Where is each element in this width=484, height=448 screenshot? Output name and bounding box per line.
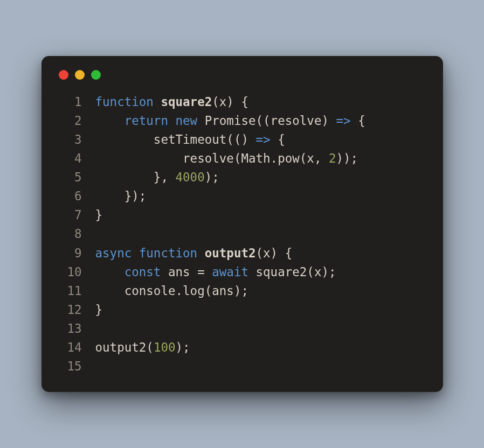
line-number: 9 bbox=[58, 244, 84, 263]
code-line: 9async function output2(x) { bbox=[58, 244, 427, 263]
line-number: 14 bbox=[58, 338, 84, 357]
code-line: 12} bbox=[58, 300, 427, 319]
code-block: 1function square2(x) {2 return new Promi… bbox=[58, 93, 427, 376]
code-token bbox=[95, 114, 125, 128]
line-number: 3 bbox=[58, 130, 84, 149]
code-token: setTimeout(() bbox=[95, 132, 256, 146]
code-content: function square2(x) { bbox=[95, 93, 427, 111]
line-number: 5 bbox=[58, 168, 84, 187]
code-token: 4000 bbox=[176, 170, 205, 184]
code-content: setTimeout(() => { bbox=[95, 130, 427, 149]
code-line: 3 setTimeout(() => { bbox=[58, 130, 427, 149]
code-token: function bbox=[139, 246, 205, 260]
code-content: const ans = await square2(x); bbox=[95, 263, 427, 282]
code-line: 6 }); bbox=[58, 187, 427, 206]
code-token: }, bbox=[95, 170, 176, 184]
code-token: resolve(Math.pow(x, bbox=[95, 151, 329, 165]
code-content: console.log(ans); bbox=[95, 282, 427, 300]
code-token: const bbox=[125, 265, 168, 279]
code-token: ans = bbox=[168, 265, 212, 279]
code-token: function bbox=[95, 95, 161, 109]
code-token: new bbox=[176, 114, 205, 128]
code-token: { bbox=[351, 114, 365, 128]
line-number: 4 bbox=[58, 149, 84, 168]
code-token: } bbox=[95, 208, 103, 222]
code-token: => bbox=[336, 114, 351, 128]
code-content: return new Promise((resolve) => { bbox=[95, 111, 427, 130]
code-content: } bbox=[95, 206, 427, 225]
code-token: Promise((resolve) bbox=[205, 114, 336, 128]
code-content: }, 4000); bbox=[95, 168, 427, 187]
line-number: 1 bbox=[58, 93, 84, 111]
code-window: 1function square2(x) {2 return new Promi… bbox=[42, 56, 443, 392]
code-content bbox=[95, 319, 427, 338]
code-line: 13 bbox=[58, 319, 427, 338]
code-content: resolve(Math.pow(x, 2)); bbox=[95, 149, 427, 168]
zoom-icon[interactable] bbox=[91, 70, 101, 80]
code-token: 2 bbox=[329, 151, 336, 165]
code-line: 8 bbox=[58, 225, 427, 243]
code-token: } bbox=[95, 303, 103, 317]
code-token: square2(x); bbox=[256, 265, 336, 279]
code-token: console.log(ans); bbox=[95, 284, 248, 298]
code-token: 100 bbox=[154, 340, 176, 354]
code-token: return bbox=[125, 114, 176, 128]
code-line: 5 }, 4000); bbox=[58, 168, 427, 187]
code-line: 11 console.log(ans); bbox=[58, 282, 427, 300]
code-token: ); bbox=[176, 340, 190, 354]
code-content: }); bbox=[95, 187, 427, 206]
traffic-lights bbox=[59, 70, 427, 80]
code-line: 2 return new Promise((resolve) => { bbox=[58, 111, 427, 130]
code-content bbox=[95, 225, 427, 243]
code-content: output2(100); bbox=[95, 338, 427, 357]
code-token bbox=[95, 265, 125, 279]
code-token: (x) { bbox=[212, 95, 248, 109]
code-token: )); bbox=[336, 151, 358, 165]
line-number: 8 bbox=[58, 225, 84, 243]
code-line: 10 const ans = await square2(x); bbox=[58, 263, 427, 282]
code-line: 15 bbox=[58, 357, 427, 376]
line-number: 10 bbox=[58, 263, 84, 282]
code-token: ); bbox=[205, 170, 219, 184]
code-token: output2 bbox=[205, 246, 256, 260]
code-token: }); bbox=[95, 189, 147, 203]
line-number: 15 bbox=[58, 357, 84, 376]
line-number: 13 bbox=[58, 319, 84, 338]
code-token: await bbox=[212, 265, 255, 279]
code-token: { bbox=[271, 132, 285, 146]
line-number: 6 bbox=[58, 187, 84, 206]
code-token: output2( bbox=[95, 340, 154, 354]
code-line: 7} bbox=[58, 206, 427, 225]
close-icon[interactable] bbox=[59, 70, 68, 80]
code-token: square2 bbox=[161, 95, 212, 109]
code-line: 14output2(100); bbox=[58, 338, 427, 357]
code-content: } bbox=[95, 300, 427, 319]
code-content: async function output2(x) { bbox=[95, 244, 427, 263]
line-number: 11 bbox=[58, 282, 84, 300]
code-token: (x) { bbox=[256, 246, 293, 260]
minimize-icon[interactable] bbox=[75, 70, 85, 80]
code-content bbox=[95, 357, 427, 376]
code-line: 1function square2(x) { bbox=[58, 93, 427, 111]
code-token: async bbox=[95, 246, 139, 260]
line-number: 12 bbox=[58, 300, 84, 319]
code-line: 4 resolve(Math.pow(x, 2)); bbox=[58, 149, 427, 168]
line-number: 7 bbox=[58, 206, 84, 225]
code-token: => bbox=[256, 132, 271, 146]
line-number: 2 bbox=[58, 111, 84, 130]
